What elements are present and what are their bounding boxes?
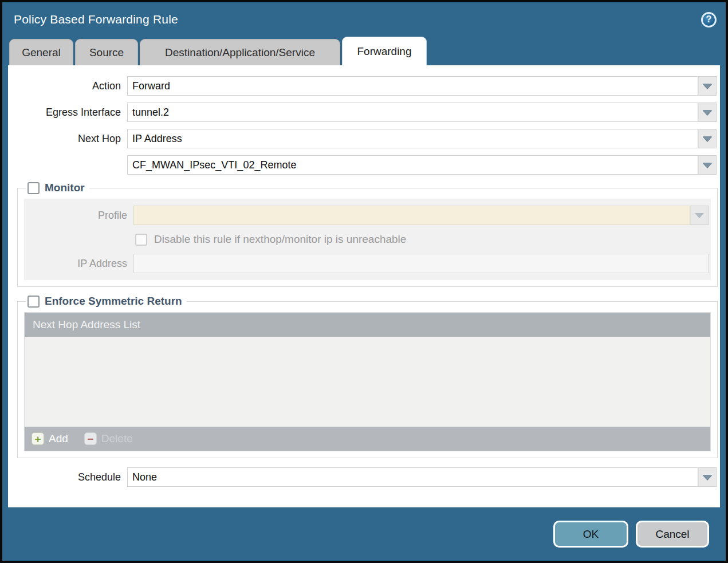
chevron-down-icon bbox=[703, 110, 712, 115]
next-hop-address-list-body[interactable] bbox=[25, 337, 710, 427]
monitor-profile-combo bbox=[133, 206, 709, 225]
schedule-input[interactable] bbox=[127, 467, 698, 487]
monitor-ip-label: IP Address bbox=[24, 258, 133, 270]
tab-forwarding[interactable]: Forwarding bbox=[342, 37, 427, 65]
monitor-ip-row: IP Address bbox=[24, 254, 711, 273]
pbf-rule-dialog: Policy Based Forwarding Rule ? General S… bbox=[0, 0, 728, 563]
next-hop-label: Next Hop bbox=[8, 133, 127, 145]
monitor-legend: Monitor bbox=[26, 182, 89, 194]
symmetric-return-fieldset: Enforce Symmetric Return Next Hop Addres… bbox=[17, 295, 718, 458]
delete-button-label: Delete bbox=[101, 432, 133, 445]
chevron-down-icon bbox=[703, 163, 712, 168]
add-button-label: Add bbox=[49, 432, 68, 445]
egress-interface-input[interactable] bbox=[127, 103, 698, 122]
monitor-ip-combo bbox=[133, 254, 709, 273]
disable-rule-label: Disable this rule if nexthop/monitor ip … bbox=[154, 233, 406, 246]
next-hop-address-dropdown-button[interactable] bbox=[698, 155, 717, 175]
dialog-title: Policy Based Forwarding Rule bbox=[14, 13, 178, 26]
chevron-down-icon bbox=[695, 213, 704, 218]
monitor-disable-rule-row: Disable this rule if nexthop/monitor ip … bbox=[135, 233, 711, 246]
tab-destination-application-service[interactable]: Destination/Application/Service bbox=[140, 39, 340, 65]
next-hop-address-combo bbox=[127, 155, 717, 175]
symmetric-return-legend-label: Enforce Symmetric Return bbox=[45, 295, 182, 308]
help-icon[interactable]: ? bbox=[701, 12, 717, 27]
egress-interface-combo bbox=[127, 103, 717, 122]
schedule-dropdown-button[interactable] bbox=[698, 467, 717, 487]
next-hop-row: Next Hop bbox=[8, 129, 720, 148]
monitor-panel: Profile Disable this rule if nexthop/mon… bbox=[24, 199, 711, 280]
ok-button[interactable]: OK bbox=[553, 521, 628, 548]
monitor-fieldset: Monitor Profile Disable this rule if nex… bbox=[17, 182, 718, 287]
delete-button: − Delete bbox=[84, 432, 133, 445]
next-hop-address-list-header: Next Hop Address List bbox=[25, 313, 710, 337]
monitor-profile-input bbox=[133, 206, 690, 225]
cancel-button[interactable]: Cancel bbox=[636, 521, 709, 548]
schedule-combo bbox=[127, 467, 717, 487]
tab-bar: General Source Destination/Application/S… bbox=[2, 37, 726, 65]
symmetric-return-checkbox[interactable] bbox=[27, 296, 40, 308]
next-hop-combo bbox=[127, 129, 717, 148]
chevron-down-icon bbox=[703, 84, 712, 89]
next-hop-dropdown-button[interactable] bbox=[698, 129, 717, 148]
next-hop-address-input[interactable] bbox=[127, 155, 698, 175]
next-hop-address-table: Next Hop Address List + Add − Delete bbox=[24, 312, 711, 451]
action-dropdown-button[interactable] bbox=[698, 76, 717, 96]
schedule-row: Schedule bbox=[8, 467, 720, 487]
dialog-footer: OK Cancel bbox=[2, 507, 726, 561]
action-label: Action bbox=[8, 80, 127, 92]
dialog-titlebar: Policy Based Forwarding Rule ? bbox=[2, 2, 726, 37]
plus-icon: + bbox=[32, 432, 44, 445]
monitor-profile-dropdown-button bbox=[690, 206, 709, 225]
egress-interface-label: Egress Interface bbox=[8, 107, 127, 119]
egress-interface-dropdown-button[interactable] bbox=[698, 103, 717, 122]
monitor-profile-row: Profile bbox=[24, 206, 711, 225]
schedule-label: Schedule bbox=[8, 471, 127, 483]
action-row: Action bbox=[8, 76, 720, 96]
add-button[interactable]: + Add bbox=[32, 432, 68, 445]
forwarding-tab-panel: Action Egress Interface Next Hop bbox=[8, 65, 720, 507]
next-hop-address-list-footer: + Add − Delete bbox=[25, 427, 710, 451]
monitor-profile-label: Profile bbox=[24, 210, 133, 222]
tab-source[interactable]: Source bbox=[75, 39, 138, 65]
next-hop-type-input[interactable] bbox=[127, 129, 698, 148]
action-input[interactable] bbox=[127, 76, 698, 96]
symmetric-return-legend: Enforce Symmetric Return bbox=[26, 295, 187, 308]
disable-rule-checkbox bbox=[135, 234, 147, 246]
chevron-down-icon bbox=[703, 136, 712, 141]
tab-general[interactable]: General bbox=[9, 39, 73, 65]
monitor-legend-label: Monitor bbox=[45, 182, 85, 194]
action-combo bbox=[127, 76, 717, 96]
monitor-ip-input bbox=[133, 254, 709, 273]
minus-icon: − bbox=[84, 432, 97, 445]
egress-interface-row: Egress Interface bbox=[8, 103, 720, 122]
next-hop-address-row bbox=[8, 155, 720, 175]
chevron-down-icon bbox=[703, 475, 712, 480]
monitor-checkbox[interactable] bbox=[27, 182, 40, 194]
